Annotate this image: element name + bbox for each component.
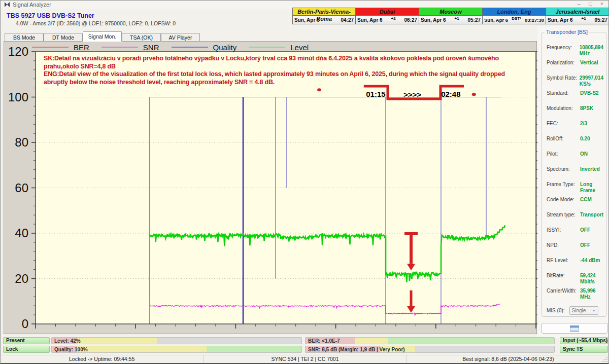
clock-moscow: MoscowSun, Apr 6+105:27 [419,8,483,24]
minimize-button[interactable]: – [578,1,581,7]
field-label: FEC: [547,121,580,127]
statusbar-section-3: Best signal: 8,6 dB (2025-04-06 04:23) [407,355,609,363]
annotation-eng-line2: abruptly below the noise threshold level… [44,79,532,87]
red-dot [472,93,476,96]
field-value: Transport [580,212,603,218]
transponder-row-standard: Standard:DVB-S2 [547,90,603,96]
outage-time-label: 02:48 [441,90,460,98]
transponder-row-fec: FEC:2/3 [547,121,603,127]
indicator-bar-quality: Quality: 100% [51,346,302,353]
clock-city-label: London, Eng [483,8,546,16]
clock-city-label: Berlin-Paris-Vienna-Roma [293,8,355,16]
transponder-row-frame-type: Frame Type:Long Frame [547,181,603,194]
bar-text: BER: <1.0E-7 [308,338,340,344]
transponder-row-npd: NPD:OFF [547,242,603,248]
clock-utc-offset: +1 [454,16,459,21]
legend-label: Level [290,43,309,52]
legend-line-sample [172,47,208,48]
stream-list-icon [570,325,579,332]
field-label: Code Mode: [547,197,580,203]
y-axis-label: 120 [8,45,28,58]
close-button[interactable]: × [600,1,603,7]
resize-grip[interactable] [601,356,608,362]
field-label: RF Level: [547,258,580,264]
field-label: Frame Type: [547,181,580,194]
field-label: Spectrum: [547,166,580,172]
stream-list-button[interactable] [542,323,607,334]
chart-legend: BERSNRQualityLevel [32,43,321,51]
outage-time-label: 01:15 [366,90,385,98]
field-value: 2/3 [580,121,603,127]
field-label: RollOff: [547,136,580,142]
transponder-group: Transponder [BS] Frequency:10805,894 MHz… [542,32,606,317]
transponder-title: Transponder [BS] [545,29,589,35]
transponder-panel: Transponder [BS] Frequency:10805,894 MHz… [537,26,609,338]
mis-row: MIS (0): Single ▼ [547,306,603,315]
bar-segment-green [207,346,301,352]
clock-city-label: Jerusalem-Israel [546,8,609,16]
legend-item-ber: BER [32,43,89,52]
clock-time-row: Sun, Apr 6+105:27 [419,16,482,24]
status-bar: Locked -> Uptime: 09:44:55SYNC 534 | TEI… [1,355,609,363]
field-value: OFF [580,242,603,248]
window-title: Signal Analyzer [13,2,51,8]
legend-label: BER [74,43,89,52]
clock-utc-offset: +2 [391,16,395,21]
legend-item-quality: Quality [172,43,237,52]
clock-time: 05:27 [594,17,607,23]
tab-dt-mode[interactable]: DT Mode [44,33,83,42]
field-value: 59,424 Mbit/s [580,273,603,285]
status-pill-input-55-4-mbps: Input (~55,4 Mbps) [560,337,608,344]
field-value: Inverted [580,166,603,172]
clock-jerusalem-israel: Jerusalem-IsraelSun, Apr 6+105:27 [546,8,609,24]
bar-segment-green [388,338,554,344]
field-value: CCM [580,197,603,203]
clock-time-row: Sun, Apr 6+105:27 [546,16,609,24]
app-icon [4,2,10,8]
indicator-bar-level: Level: 42% [51,337,302,344]
field-value: -44 dBm [580,258,603,264]
clock-date: Sun, Apr 6 [421,17,446,23]
clock-time: 04:27 [341,17,354,23]
tab-bs-mode[interactable]: BS Mode [5,33,44,42]
field-value: Vertical [580,60,603,66]
field-value: 35,996 MHz [580,288,603,300]
transponder-row-modulation: Modulation:8PSK [547,105,603,112]
maximize-button[interactable]: □ [589,1,592,7]
y-axis-label: 20 [15,272,28,285]
clock-time-row: Sun, Apr 6+206:27 [356,16,419,24]
y-axis-label: 80 [15,135,28,149]
statusbar-section-2: SYNC 534 | TEI 2 | CC 7001 [204,355,407,363]
indicator-bar-snr: SNR: 8,5 dB (Margin: 1,9 dB | Very Poor) [305,346,555,353]
transponder-row-polarization: Polarization:Vertical [547,60,603,66]
transponder-row-issyi: ISSYI:OFF [547,227,603,233]
status-pill-present: Present [3,337,50,344]
chevron-down-icon: ▼ [592,309,596,312]
transponder-row-frequency: Frequency:10805,894 MHz [547,45,603,57]
app-window: Signal Analyzer –□× Berlin-Paris-Vienna-… [0,0,609,364]
clock-city-label: Dubai [356,8,419,16]
transponder-row-carrierwidth: CarrierWidth:35,996 MHz [547,288,603,300]
mis-dropdown[interactable]: Single ▼ [569,306,598,315]
legend-item-snr: SNR [101,43,159,52]
field-label: Pilot: [547,151,580,157]
clock-time: 03:27:30 [525,17,544,23]
transponder-row-symbol-rate: Symbol Rate:29997,014 KS/s [547,75,603,87]
field-label: Stream type: [547,212,580,218]
bar-segment-yellow [355,338,388,344]
bar-text: SNR: 8,5 dB (Margin: 1,9 dB | Very Poor) [308,347,405,353]
tab-av-player[interactable]: AV Player [161,33,200,42]
y-axis-label: 0 [22,317,28,331]
tab-tsa-ok[interactable]: TSA (OK) [122,33,161,42]
window-controls: –□× [578,1,603,7]
clock-date: Sun, Apr 6 [484,17,508,23]
indicator-bar-ber: BER: <1.0E-7 [305,337,555,344]
chart-panel: BERSNRQualityLevel 02040608010012001:15>… [4,41,537,334]
transponder-row-spectrum: Spectrum:Inverted [547,166,603,172]
indicator-row-1: PresentLevel: 42%BER: <1.0E-7Input (~55,… [1,337,609,344]
annotation-eng-line1: ENG:Detail view of the visualization of … [44,70,532,79]
field-label: ISSYI: [547,227,580,233]
tab-signal-mon[interactable]: Signal Mon. [83,31,122,42]
bar-segment-yellow [77,346,207,352]
transponder-row-rolloff: RollOff:0.20 [547,136,603,142]
